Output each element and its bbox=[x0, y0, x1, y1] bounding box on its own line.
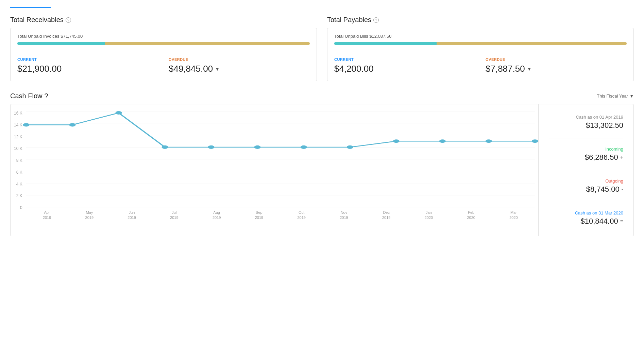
chart-dot-5 bbox=[254, 145, 260, 149]
payables-card: Total Unpaid Bills $12,087.50 CURRENT $4… bbox=[327, 28, 634, 81]
receivables-subtitle: Total Unpaid Invoices $71,745.00 bbox=[17, 34, 310, 39]
chart-dot-3 bbox=[162, 145, 168, 149]
chart-dot-0 bbox=[23, 123, 29, 126]
receivables-overdue-bar bbox=[105, 42, 310, 45]
receivables-overdue-label: OVERDUE bbox=[169, 57, 310, 62]
receivables-amounts-row: CURRENT $21,900.00 OVERDUE $49,845.00 ▼ bbox=[17, 52, 310, 74]
chart-plot-wrapper: Apr2019 May2019 Jun2019 Jul2019 Aug2019 … bbox=[26, 111, 535, 220]
cash-end-item: Cash as on 31 Mar 2020 $10,844.00 = bbox=[549, 210, 623, 226]
receivables-current-block: CURRENT $21,900.00 bbox=[17, 57, 158, 74]
cash-end-op: = bbox=[620, 218, 623, 224]
receivables-current-value: $21,900.00 bbox=[17, 64, 158, 74]
y-label-6k: 6 K bbox=[14, 170, 22, 174]
chart-area: 0 2 K 4 K 6 K 8 K 10 K 12 K 14 K 16 K bbox=[11, 104, 538, 236]
y-label-4k: 4 K bbox=[14, 182, 22, 186]
outgoing-item: Outgoing $8,745.00 - bbox=[549, 178, 623, 194]
y-axis: 0 2 K 4 K 6 K 8 K 10 K 12 K 14 K 16 K bbox=[14, 111, 26, 220]
payables-section: Total Payables ? Total Unpaid Bills $12,… bbox=[327, 16, 634, 81]
incoming-item: Incoming $6,286.50 + bbox=[549, 146, 623, 162]
receivables-card: Total Unpaid Invoices $71,745.00 CURRENT… bbox=[10, 28, 317, 81]
cash-flow-help-icon[interactable]: ? bbox=[44, 92, 48, 100]
cash-start-label: Cash as on 01 Apr 2019 bbox=[549, 115, 623, 120]
x-label-feb-2020: Feb2020 bbox=[467, 210, 475, 220]
x-label-mar-2020: Mar2020 bbox=[509, 210, 518, 220]
payables-overdue-arrow[interactable]: ▼ bbox=[527, 66, 532, 72]
cash-flow-line bbox=[26, 113, 535, 147]
payables-current-value: $4,200.00 bbox=[334, 64, 475, 74]
payables-progress-bar bbox=[334, 42, 627, 45]
outgoing-label: Outgoing bbox=[549, 178, 623, 184]
x-label-jun-2019: Jun2019 bbox=[128, 210, 136, 220]
payables-overdue-value: $7,887.50 ▼ bbox=[486, 64, 627, 74]
chart-plot bbox=[26, 111, 535, 207]
receivables-section: Total Receivables ? Total Unpaid Invoice… bbox=[10, 16, 317, 81]
fiscal-year-selector[interactable]: This Fiscal Year ▼ bbox=[597, 93, 634, 99]
receivables-overdue-block: OVERDUE $49,845.00 ▼ bbox=[169, 57, 310, 74]
x-label-jan-2020: Jan2020 bbox=[425, 210, 433, 220]
payables-current-block: CURRENT $4,200.00 bbox=[334, 57, 475, 74]
receivables-title: Total Receivables ? bbox=[10, 16, 317, 24]
cash-flow-title: Cash Flow ? bbox=[10, 92, 48, 100]
chart-dot-2 bbox=[115, 111, 122, 115]
x-label-apr-2019: Apr2019 bbox=[43, 210, 51, 220]
y-label-2k: 2 K bbox=[14, 194, 22, 198]
receivables-progress-bar bbox=[17, 42, 310, 45]
x-label-nov-2019: Nov2019 bbox=[340, 210, 348, 220]
x-label-oct-2019: Oct2019 bbox=[297, 210, 305, 220]
incoming-value: $6,286.50 + bbox=[549, 153, 623, 162]
cash-flow-header: Cash Flow ? This Fiscal Year ▼ bbox=[10, 92, 634, 100]
y-label-12k: 12 K bbox=[14, 135, 22, 139]
x-label-sep-2019: Sep2019 bbox=[255, 210, 263, 220]
x-label-aug-2019: Aug2019 bbox=[213, 210, 221, 220]
top-progress-bar bbox=[10, 7, 51, 8]
payables-current-bar bbox=[334, 42, 437, 45]
x-label-jul-2019: Jul2019 bbox=[170, 210, 178, 220]
divider-3 bbox=[549, 202, 623, 202]
x-label-may-2019: May2019 bbox=[85, 210, 94, 220]
receivables-overdue-arrow[interactable]: ▼ bbox=[215, 66, 220, 72]
fiscal-year-chevron-icon: ▼ bbox=[629, 93, 634, 99]
cash-end-value: $10,844.00 = bbox=[549, 217, 623, 226]
payables-amounts-row: CURRENT $4,200.00 OVERDUE $7,887.50 ▼ bbox=[334, 52, 627, 74]
outgoing-value: $8,745.00 - bbox=[549, 185, 623, 194]
cash-end-label: Cash as on 31 Mar 2020 bbox=[549, 210, 623, 216]
chart-dot-8 bbox=[393, 139, 399, 143]
x-axis: Apr2019 May2019 Jun2019 Jul2019 Aug2019 … bbox=[26, 207, 535, 220]
incoming-op: + bbox=[620, 154, 623, 160]
chart-dot-7 bbox=[346, 145, 353, 149]
chart-dot-9 bbox=[439, 139, 445, 143]
receivables-current-label: CURRENT bbox=[17, 57, 158, 62]
chart-svg bbox=[26, 111, 535, 207]
chart-dot-1 bbox=[69, 123, 75, 126]
payables-overdue-label: OVERDUE bbox=[486, 57, 627, 62]
payables-help-icon[interactable]: ? bbox=[373, 17, 379, 23]
chart-dot-10 bbox=[485, 139, 492, 143]
payables-overdue-bar bbox=[437, 42, 627, 45]
incoming-label: Incoming bbox=[549, 146, 623, 152]
payables-current-label: CURRENT bbox=[334, 57, 475, 62]
y-label-0: 0 bbox=[14, 206, 22, 210]
receivables-current-bar bbox=[17, 42, 105, 45]
y-label-10k: 10 K bbox=[14, 146, 22, 151]
cash-start-item: Cash as on 01 Apr 2019 $13,302.50 bbox=[549, 115, 623, 130]
chart-dot-4 bbox=[208, 145, 214, 149]
outgoing-op: - bbox=[622, 186, 623, 192]
cash-flow-summary-panel: Cash as on 01 Apr 2019 $13,302.50 Incomi… bbox=[538, 104, 633, 236]
payables-overdue-block: OVERDUE $7,887.50 ▼ bbox=[486, 57, 627, 74]
chart-dot-6 bbox=[300, 145, 307, 149]
divider-1 bbox=[549, 138, 623, 138]
x-label-dec-2019: Dec2019 bbox=[382, 210, 390, 220]
cash-flow-section: Cash Flow ? This Fiscal Year ▼ 0 2 K 4 K… bbox=[10, 92, 634, 236]
chart-dot-11 bbox=[531, 139, 538, 143]
cash-start-value: $13,302.50 bbox=[549, 121, 623, 130]
chart-inner: 0 2 K 4 K 6 K 8 K 10 K 12 K 14 K 16 K bbox=[14, 111, 535, 220]
receivables-overdue-value: $49,845.00 ▼ bbox=[169, 64, 310, 74]
payables-title: Total Payables ? bbox=[327, 16, 634, 24]
cash-flow-card: 0 2 K 4 K 6 K 8 K 10 K 12 K 14 K 16 K bbox=[10, 104, 634, 236]
y-label-8k: 8 K bbox=[14, 158, 22, 162]
y-label-14k: 14 K bbox=[14, 123, 22, 127]
top-sections-row: Total Receivables ? Total Unpaid Invoice… bbox=[10, 16, 634, 81]
receivables-help-icon[interactable]: ? bbox=[66, 17, 71, 23]
y-label-16k: 16 K bbox=[14, 111, 22, 115]
divider-2 bbox=[549, 170, 623, 170]
